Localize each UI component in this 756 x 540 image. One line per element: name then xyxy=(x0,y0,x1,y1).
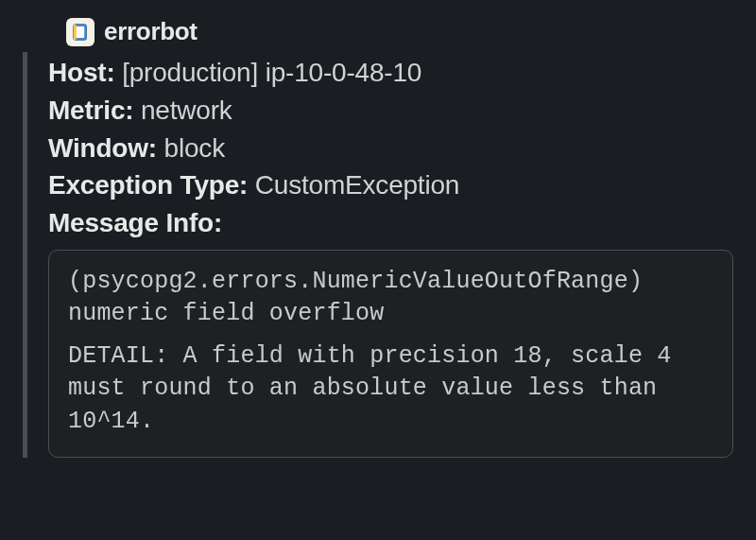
code-line: (psycopg2.errors.NumericValueOutOfRange)… xyxy=(68,266,713,331)
bot-name[interactable]: errorbot xyxy=(104,17,198,46)
slack-message: errorbot Host: [production] ip-10-0-48-1… xyxy=(23,17,733,458)
code-line: DETAIL: A field with precision 18, scale… xyxy=(68,340,713,439)
field-label: Window: xyxy=(48,133,157,163)
message-header: errorbot xyxy=(66,17,733,46)
field-label: Exception Type: xyxy=(48,170,248,200)
code-block: (psycopg2.errors.NumericValueOutOfRange)… xyxy=(48,250,733,459)
field-value: network xyxy=(141,96,232,125)
bot-avatar[interactable] xyxy=(66,18,94,46)
message-attachment: Host: [production] ip-10-0-48-10 Metric:… xyxy=(23,52,733,458)
field-value: [production] ip-10-0-48-10 xyxy=(122,58,421,87)
field-label: Host: xyxy=(48,58,115,87)
field-window: Window: block xyxy=(48,130,733,167)
notebook-icon xyxy=(70,22,91,43)
field-exception: Exception Type: CustomException xyxy=(48,166,733,204)
field-message-info: Message Info: xyxy=(48,204,733,242)
svg-rect-2 xyxy=(74,24,77,40)
svg-rect-1 xyxy=(76,26,84,38)
field-label: Metric: xyxy=(48,96,133,125)
field-metric: Metric: network xyxy=(48,92,733,130)
field-host: Host: [production] ip-10-0-48-10 xyxy=(48,54,733,92)
field-value: block xyxy=(164,133,225,163)
field-value: CustomException xyxy=(255,170,459,200)
field-label: Message Info: xyxy=(48,208,222,237)
